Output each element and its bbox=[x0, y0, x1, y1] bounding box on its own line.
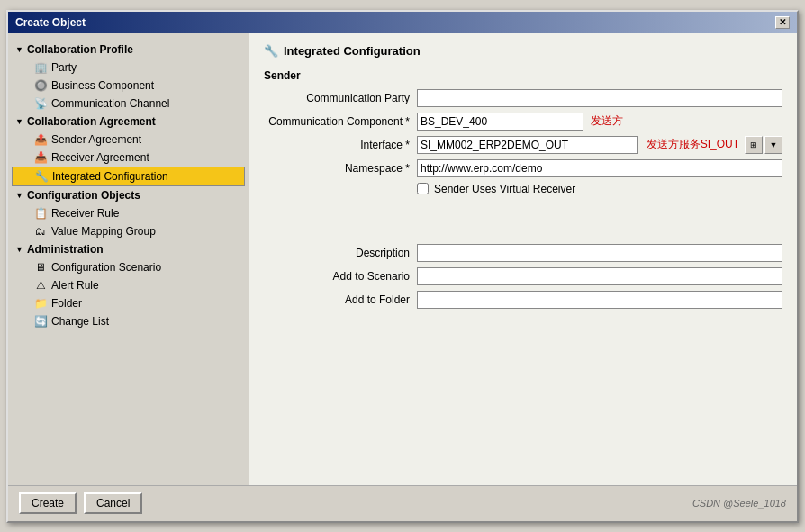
tree-item-configuration-scenario[interactable]: 🖥 Configuration Scenario bbox=[12, 258, 245, 276]
dialog-body: ▼ Collaboration Profile 🏢 Party 🔘 Busine… bbox=[8, 33, 797, 485]
dialog-footer: Create Cancel CSDN @Seele_1018 bbox=[8, 485, 797, 521]
panel-title-icon: 🔧 bbox=[264, 44, 278, 59]
checkbox-virtual-receiver[interactable] bbox=[417, 183, 429, 194]
tree-item-receiver-rule[interactable]: 📋 Receiver Rule bbox=[12, 204, 245, 222]
annotation-comm-component: 发送方 bbox=[591, 113, 623, 129]
interface-input-group: 发送方服务SI_OUT ⊞ ▼ bbox=[417, 136, 782, 154]
input-add-to-folder[interactable] bbox=[417, 291, 782, 309]
create-button[interactable]: Create bbox=[19, 492, 77, 514]
tree-item-value-mapping-group[interactable]: 🗂 Value Mapping Group bbox=[12, 222, 245, 240]
collapse-arrow-profile[interactable]: ▼ bbox=[15, 45, 23, 54]
tree-label-alert-rule: Alert Rule bbox=[51, 279, 99, 292]
checkbox-row-virtual-receiver: Sender Uses Virtual Receiver bbox=[417, 183, 782, 195]
label-description: Description bbox=[264, 247, 417, 259]
label-interface: Interface bbox=[264, 139, 417, 151]
right-panel: 🔧 Integrated Configuration Sender Commun… bbox=[249, 33, 797, 485]
form-row-interface: Interface 发送方服务SI_OUT ⊞ ▼ bbox=[264, 136, 782, 154]
tree-label-change-list: Change List bbox=[51, 315, 109, 328]
section-label-config-objects: Configuration Objects bbox=[27, 189, 140, 202]
section-label-agreement: Collaboration Agreement bbox=[27, 115, 156, 128]
panel-title: 🔧 Integrated Configuration bbox=[264, 44, 782, 59]
tree-label-value-mapping-group: Value Mapping Group bbox=[51, 225, 156, 238]
section-collaboration-agreement[interactable]: ▼ Collaboration Agreement bbox=[12, 113, 245, 131]
dialog-title: Create Object bbox=[15, 16, 86, 29]
tree-label-configuration-scenario: Configuration Scenario bbox=[51, 261, 161, 274]
tree-label-folder: Folder bbox=[51, 297, 82, 310]
bottom-section: Description Add to Scenario Add to Folde… bbox=[264, 244, 782, 309]
tree-item-party[interactable]: 🏢 Party bbox=[12, 59, 245, 77]
footer-buttons: Create Cancel bbox=[19, 492, 142, 514]
tree-item-receiver-agreement[interactable]: 📥 Receiver Agreement bbox=[12, 149, 245, 167]
form-row-description: Description bbox=[264, 244, 782, 262]
interface-dropdown-button[interactable]: ▼ bbox=[764, 136, 782, 154]
interface-browse-button[interactable]: ⊞ bbox=[745, 136, 763, 154]
value-mapping-icon: 🗂 bbox=[33, 224, 48, 239]
input-comm-component[interactable] bbox=[417, 113, 583, 131]
section-label-administration: Administration bbox=[27, 243, 104, 256]
watermark: CSDN @Seele_1018 bbox=[692, 498, 786, 509]
form-row-comm-component: Communication Component 发送方 bbox=[264, 113, 782, 131]
annotation-interface: 发送方服务SI_OUT bbox=[647, 137, 739, 152]
business-component-icon: 🔘 bbox=[33, 78, 48, 93]
form-row-add-to-folder: Add to Folder bbox=[264, 291, 782, 309]
sender-section-label: Sender bbox=[264, 69, 782, 82]
configuration-scenario-icon: 🖥 bbox=[33, 260, 48, 275]
tree-item-change-list[interactable]: 🔄 Change List bbox=[12, 312, 245, 330]
folder-icon: 📁 bbox=[33, 296, 48, 311]
input-namespace[interactable] bbox=[417, 159, 782, 177]
tree-label-business-component: Business Component bbox=[51, 79, 154, 92]
collapse-arrow-agreement[interactable]: ▼ bbox=[15, 117, 23, 126]
change-list-icon: 🔄 bbox=[33, 314, 48, 329]
title-bar: Create Object ✕ bbox=[8, 12, 797, 33]
tree-item-sender-agreement[interactable]: 📤 Sender Agreement bbox=[12, 131, 245, 149]
collapse-arrow-admin[interactable]: ▼ bbox=[15, 245, 23, 254]
comm-channel-icon: 📡 bbox=[33, 96, 48, 111]
tree-label-party: Party bbox=[51, 61, 77, 74]
tree-item-communication-channel[interactable]: 📡 Communication Channel bbox=[12, 95, 245, 113]
panel-title-text: Integrated Configuration bbox=[284, 44, 421, 58]
input-comm-party[interactable] bbox=[417, 89, 782, 107]
label-comm-component: Communication Component bbox=[264, 115, 417, 128]
form-row-add-to-scenario: Add to Scenario bbox=[264, 267, 782, 285]
tree-label-integrated-configuration: Integrated Configuration bbox=[52, 170, 168, 183]
input-description[interactable] bbox=[417, 244, 782, 262]
label-comm-party: Communication Party bbox=[264, 92, 417, 104]
alert-rule-icon: ⚠ bbox=[33, 278, 48, 293]
form-row-comm-party: Communication Party bbox=[264, 89, 782, 107]
label-add-to-scenario: Add to Scenario bbox=[264, 270, 417, 283]
label-add-to-folder: Add to Folder bbox=[264, 293, 417, 306]
section-collaboration-profile[interactable]: ▼ Collaboration Profile bbox=[12, 41, 245, 59]
left-panel: ▼ Collaboration Profile 🏢 Party 🔘 Busine… bbox=[8, 33, 249, 485]
collapse-arrow-config-objects[interactable]: ▼ bbox=[15, 191, 23, 200]
tree-label-receiver-agreement: Receiver Agreement bbox=[51, 151, 149, 164]
tree-label-receiver-rule: Receiver Rule bbox=[51, 207, 119, 220]
tree-label-comm-channel: Communication Channel bbox=[51, 97, 169, 110]
party-icon: 🏢 bbox=[33, 60, 48, 75]
tree-item-alert-rule[interactable]: ⚠ Alert Rule bbox=[12, 276, 245, 294]
tree-label-sender-agreement: Sender Agreement bbox=[51, 133, 141, 146]
create-object-dialog: Create Object ✕ ▼ Collaboration Profile … bbox=[6, 10, 799, 523]
form-row-namespace: Namespace bbox=[264, 159, 782, 177]
tree-item-business-component[interactable]: 🔘 Business Component bbox=[12, 77, 245, 95]
input-interface[interactable] bbox=[417, 136, 638, 154]
close-button[interactable]: ✕ bbox=[775, 16, 790, 29]
label-namespace: Namespace bbox=[264, 162, 417, 175]
cancel-button[interactable]: Cancel bbox=[84, 492, 142, 514]
receiver-rule-icon: 📋 bbox=[33, 206, 48, 221]
integrated-config-tree-icon: 🔧 bbox=[34, 169, 49, 184]
input-add-to-scenario[interactable] bbox=[417, 267, 782, 285]
tree-item-folder[interactable]: 📁 Folder bbox=[12, 294, 245, 312]
label-virtual-receiver: Sender Uses Virtual Receiver bbox=[434, 183, 575, 195]
section-label-profile: Collaboration Profile bbox=[27, 43, 133, 56]
section-administration[interactable]: ▼ Administration bbox=[12, 240, 245, 258]
tree-item-integrated-configuration[interactable]: 🔧 Integrated Configuration bbox=[12, 167, 245, 186]
sender-agreement-icon: 📤 bbox=[33, 132, 48, 147]
receiver-agreement-icon: 📥 bbox=[33, 150, 48, 165]
section-configuration-objects[interactable]: ▼ Configuration Objects bbox=[12, 186, 245, 204]
